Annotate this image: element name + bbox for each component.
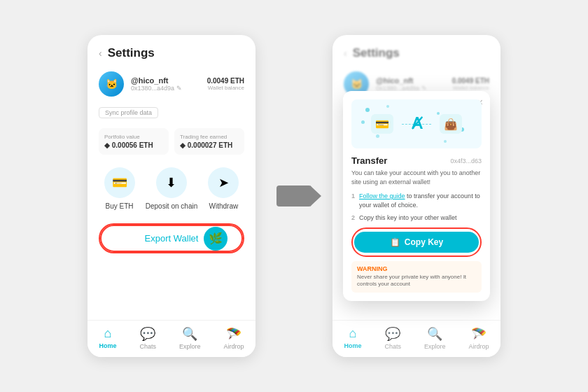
step-1-num: 1	[351, 192, 355, 209]
modal-transfer-title: Transfer	[351, 155, 387, 166]
stat-label-trading: Trading fee earned	[180, 134, 239, 140]
dot-3	[361, 120, 365, 124]
warning-title: WARNING	[357, 265, 476, 272]
actions-row-left: 💳 Buy ETH ⬇ Deposit on chain ➤ Withdraw	[88, 159, 255, 216]
nav-home-left[interactable]: ⌂ Home	[99, 326, 116, 350]
buy-eth-icon: 💳	[104, 167, 135, 198]
dot-4	[376, 134, 379, 138]
deposit-icon: ⬇	[156, 167, 187, 198]
export-btn-wrapper: Export Wallet 🌿	[88, 216, 255, 260]
transfer-modal: × 💳 Ⱥ 👜 Tran	[343, 91, 490, 301]
stat-value-trading: ◆ 0.000027 ETH	[180, 141, 239, 149]
sync-row-left: Sync profile data	[88, 102, 255, 124]
modal-address: 0x4f3...d63	[450, 158, 482, 164]
copy-key-icon: 📋	[390, 237, 400, 247]
explore-icon-left: 🔍	[182, 326, 197, 342]
warning-box: WARNING Never share your private key wit…	[351, 261, 482, 293]
settings-title-left: Settings	[108, 46, 155, 60]
home-label-left: Home	[99, 342, 116, 349]
step-1-text: Follow the guide to transfer your accoun…	[359, 192, 482, 209]
step-2-text: Copy this key into your other wallet	[359, 214, 457, 223]
export-wallet-icon: 🌿	[204, 227, 227, 251]
wallet-to-icon: 👜	[440, 114, 462, 134]
modal-step-1: 1 Follow the guide to transfer your acco…	[351, 192, 482, 209]
step-2-num: 2	[351, 214, 355, 223]
warning-text: Never share your private key with anyone…	[357, 274, 476, 288]
profile-section-left: 🐱 @hico_nft 0x1380...a4d9a ✎ 0.0049 ETH …	[88, 66, 255, 102]
step-1-link[interactable]: Follow the guide	[359, 192, 405, 200]
withdraw-label: Withdraw	[209, 202, 239, 211]
dashed-line	[402, 124, 431, 125]
back-arrow-left[interactable]: ‹	[99, 48, 102, 59]
deposit-label: Deposit on chain	[146, 202, 198, 211]
copy-key-btn-wrapper: 📋 Copy Key	[351, 227, 482, 257]
settings-header-left: ‹ Settings	[88, 35, 255, 66]
explore-label-left: Explore	[179, 343, 201, 350]
stat-card-trading: Trading fee earned ◆ 0.000027 ETH	[174, 128, 244, 155]
direction-arrow	[276, 186, 312, 206]
dot-7	[444, 140, 447, 143]
airdrop-icon-left: 🪂	[226, 326, 241, 342]
stat-label-portfolio: Portfolio value	[104, 134, 163, 140]
right-phone: ‹ Settings 🐱 @hico_nft 0x1380...a4d9a ✎ …	[332, 35, 500, 357]
home-icon-left: ⌂	[104, 326, 112, 341]
chats-label-left: Chats	[139, 343, 156, 350]
left-phone: ‹ Settings 🐱 @hico_nft 0x1380...a4d9a ✎ …	[88, 35, 255, 357]
airdrop-label-left: Airdrop	[223, 343, 244, 350]
action-buy-eth[interactable]: 💳 Buy ETH	[104, 167, 135, 211]
wallet-balance-left: 0.0049 ETH Wallet balance	[207, 77, 244, 91]
balance-label-left: Wallet balance	[207, 85, 244, 91]
action-deposit[interactable]: ⬇ Deposit on chain	[146, 167, 198, 211]
bottom-nav-left: ⌂ Home 💬 Chats 🔍 Explore 🪂 Airdrop	[88, 320, 255, 357]
profile-name-left: @hico_nft	[131, 76, 200, 85]
nav-chats-left[interactable]: 💬 Chats	[139, 326, 156, 350]
dot-2	[386, 105, 389, 108]
profile-sub-left: 0x1380...a4d9a ✎	[131, 85, 200, 92]
dot-1	[365, 108, 370, 112]
modal-transfer-header: Transfer 0x4f3...d63	[351, 155, 482, 166]
wallet-from-icon: 💳	[371, 114, 393, 134]
withdraw-icon: ➤	[208, 167, 239, 198]
nav-airdrop-left[interactable]: 🪂 Airdrop	[223, 326, 244, 350]
copy-key-label: Copy Key	[405, 237, 443, 247]
buy-eth-label: Buy ETH	[106, 202, 134, 211]
balance-amount-left: 0.0049 ETH	[207, 77, 244, 85]
profile-info-left: @hico_nft 0x1380...a4d9a ✎	[131, 76, 200, 92]
modal-description: You can take your account with you to an…	[351, 169, 482, 186]
modal-illustration: 💳 Ⱥ 👜	[351, 99, 482, 148]
modal-overlay: × 💳 Ⱥ 👜 Tran	[332, 35, 500, 357]
stats-row-left: Portfolio value ◆ 0.00056 ETH Trading fe…	[88, 124, 255, 159]
stat-value-portfolio: ◆ 0.00056 ETH	[104, 141, 163, 149]
dot-5	[437, 112, 440, 115]
copy-key-button[interactable]: 📋 Copy Key	[354, 232, 479, 253]
sync-button-left[interactable]: Sync profile data	[99, 107, 158, 118]
modal-step-2: 2 Copy this key into your other wallet	[351, 214, 482, 223]
chats-icon-left: 💬	[140, 326, 155, 342]
nav-explore-left[interactable]: 🔍 Explore	[179, 326, 201, 350]
stat-card-portfolio: Portfolio value ◆ 0.00056 ETH	[99, 128, 169, 155]
arrow-shape	[276, 186, 312, 206]
action-withdraw[interactable]: ➤ Withdraw	[208, 167, 239, 211]
avatar-left: 🐱	[99, 71, 124, 97]
